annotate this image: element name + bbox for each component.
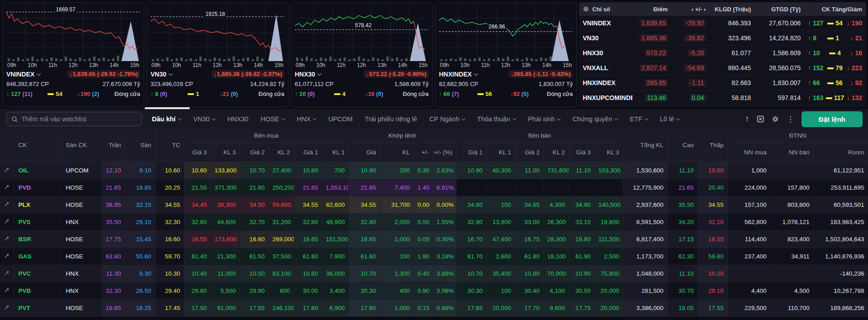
buy-vol3[interactable]: 133,800 — [211, 162, 240, 179]
match-change[interactable]: 0.90 — [414, 282, 433, 299]
sell-vol2[interactable]: 18,100 — [543, 248, 569, 265]
sell-vol2[interactable] — [543, 179, 569, 196]
match-change-pct[interactable]: 3.18% — [433, 248, 456, 265]
match-price[interactable]: 61.60 — [349, 248, 380, 265]
reference-price[interactable]: 16.60 — [155, 230, 184, 248]
index-row-vnindex[interactable]: VNINDEX1,639.65-29.92846.39327,670.006↑ … — [579, 16, 866, 31]
pin-icon[interactable] — [0, 265, 14, 282]
kebab-menu-icon[interactable]: ⋮ — [787, 115, 794, 124]
board-row-pvt[interactable]: PVTHOSE18.6516.2517.4517.5091,00017.5514… — [0, 299, 868, 316]
ticker-symbol[interactable]: PVB — [14, 282, 61, 299]
index-name-dropdown[interactable]: HNX30 — [295, 71, 321, 78]
match-change-pct[interactable]: 0.30% — [433, 230, 456, 248]
buy-vol2[interactable]: 31,200 — [269, 213, 294, 230]
match-change-pct[interactable]: 3.88% — [433, 265, 456, 282]
sell-vol3[interactable]: 20,000 — [594, 282, 623, 299]
sell-vol2[interactable]: 9,600 — [543, 299, 569, 316]
sell-price2[interactable]: 33.00 — [515, 213, 543, 230]
board-row-pvc[interactable]: PVCHNX11.309.3010.3010.4011,00010.5083,1… — [0, 265, 868, 282]
tab-vn30[interactable]: VN30 — [193, 115, 215, 123]
sell-price2[interactable] — [515, 179, 543, 196]
sell-price2[interactable]: 34.85 — [515, 196, 543, 213]
match-price[interactable]: 10.90 — [349, 162, 380, 179]
buy-vol2[interactable]: 27,400 — [269, 162, 294, 179]
buy-price3[interactable]: 61.40 — [184, 248, 211, 265]
floor-price[interactable]: 9.10 — [125, 162, 155, 179]
sell-vol1[interactable]: 13,900 — [486, 213, 515, 230]
buy-vol1[interactable]: 6,900 — [322, 299, 349, 316]
buy-vol3[interactable]: 44,600 — [211, 213, 240, 230]
buy-vol2[interactable]: 250,200 — [269, 179, 294, 196]
buy-vol3[interactable]: 91,000 — [211, 299, 240, 316]
index-row-hnx30[interactable]: HNX30573.22-5.2061.0771,586.609↑ 104↓ 16 — [579, 46, 866, 61]
sell-vol2[interactable]: 4,300 — [543, 196, 569, 213]
sell-vol1[interactable]: 100 — [486, 196, 515, 213]
sell-vol3[interactable]: 19,800 — [594, 213, 623, 230]
match-change-pct[interactable]: 0.86% — [433, 299, 456, 316]
ceiling-price[interactable]: 21.65 — [102, 179, 125, 196]
buy-price3[interactable]: 10.60 — [184, 162, 211, 179]
match-price[interactable]: 16.65 — [349, 230, 380, 248]
sell-vol1[interactable]: 100 — [486, 282, 515, 299]
sell-vol2[interactable]: 4,100 — [543, 282, 569, 299]
match-change[interactable]: 0.05 — [414, 230, 433, 248]
sell-vol1[interactable] — [486, 179, 515, 196]
sell-price1[interactable]: 17.65 — [456, 299, 486, 316]
tab-phái-sinh[interactable]: Phái sinh — [528, 115, 561, 123]
sell-price2[interactable]: 10.80 — [515, 265, 543, 282]
sell-price3[interactable] — [569, 179, 594, 196]
buy-price3[interactable]: 21.55 — [184, 179, 211, 196]
tab-chứng-quyền[interactable]: Chứng quyền — [572, 115, 618, 123]
sell-vol1[interactable]: 35,400 — [486, 265, 515, 282]
match-change[interactable]: 0.40 — [414, 265, 433, 282]
sell-price2[interactable]: 17.70 — [515, 299, 543, 316]
tab-cp-ngành[interactable]: CP Ngành — [429, 115, 465, 123]
buy-price2[interactable]: 34.50 — [240, 196, 269, 213]
match-change-pct[interactable]: 2.83% — [433, 162, 456, 179]
ceiling-price[interactable]: 32.30 — [102, 282, 125, 299]
tab-trái-phiếu-riêng-lẻ[interactable]: Trái phiếu riêng lẻ — [365, 115, 417, 123]
sell-vol2[interactable]: 28,300 — [543, 230, 569, 248]
sell-price1[interactable]: 34.80 — [456, 196, 486, 213]
buy-vol1[interactable]: 62,600 — [322, 196, 349, 213]
sell-price1[interactable]: 61.70 — [456, 248, 486, 265]
index-row-hnxindex[interactable]: HNXINDEX265.85-1.1182.6831,830.007↑ 6656… — [579, 76, 866, 91]
board-row-pvb[interactable]: PVBHNX32.3026.5029.4029.805,50029.906003… — [0, 282, 868, 299]
index-row-hnxupcomindex[interactable]: HNXUPCOMINDEX113.460.0458.818597.814↑ 16… — [579, 91, 866, 105]
reference-price[interactable]: 59.70 — [155, 248, 184, 265]
ceiling-price[interactable]: 17.75 — [102, 230, 125, 248]
buy-price1[interactable]: 61.60 — [294, 248, 322, 265]
buy-price3[interactable]: 29.80 — [184, 282, 211, 299]
buy-vol1[interactable]: 1,553,100 — [322, 179, 349, 196]
tab-hnx[interactable]: HNX — [297, 115, 316, 123]
sell-price2[interactable]: 16.75 — [515, 230, 543, 248]
board-row-pvs[interactable]: PVSHNX35.5029.1032.3032.6044,60032.7031,… — [0, 213, 868, 230]
pin-icon[interactable] — [0, 213, 14, 230]
sell-vol3[interactable]: 2,500 — [594, 248, 623, 265]
ticker-symbol[interactable]: GAS — [14, 248, 61, 265]
buy-vol1[interactable]: 700 — [322, 162, 349, 179]
reference-price[interactable]: 34.55 — [155, 196, 184, 213]
buy-price2[interactable]: 16.60 — [240, 230, 269, 248]
match-change-pct[interactable]: 0.00% — [433, 196, 456, 213]
buy-price1[interactable]: 10.80 — [294, 162, 322, 179]
sell-price2[interactable]: 61.80 — [515, 248, 543, 265]
buy-price3[interactable]: 32.60 — [184, 213, 211, 230]
board-row-pvd[interactable]: PVDHOSE21.6518.8520.2521.55371,30021.602… — [0, 179, 868, 196]
sell-price3[interactable]: 10.90 — [569, 265, 594, 282]
floor-price[interactable]: 18.85 — [125, 179, 155, 196]
buy-vol1[interactable]: 151,500 — [322, 230, 349, 248]
tab-etf[interactable]: ETF — [630, 115, 647, 123]
sell-price3[interactable]: 34.90 — [569, 196, 594, 213]
buy-price2[interactable]: 29.90 — [240, 282, 269, 299]
sell-vol1[interactable]: 40,300 — [486, 162, 515, 179]
sell-price3[interactable]: 17.75 — [569, 299, 594, 316]
ceiling-price[interactable]: 18.65 — [102, 299, 125, 316]
ticker-symbol[interactable]: OIL — [14, 162, 61, 179]
place-order-button[interactable]: Đặt lệnh — [802, 111, 863, 127]
buy-price1[interactable]: 17.60 — [294, 299, 322, 316]
reference-price[interactable]: 10.60 — [155, 162, 184, 179]
index-row-vn30[interactable]: VN301,885.36-39.82323.49614,224.820↑ 81↓… — [579, 31, 866, 46]
buy-price1[interactable]: 34.55 — [294, 196, 322, 213]
board-row-bsr[interactable]: BSRHOSE17.7515.4516.6016.55173,60016.602… — [0, 230, 868, 248]
